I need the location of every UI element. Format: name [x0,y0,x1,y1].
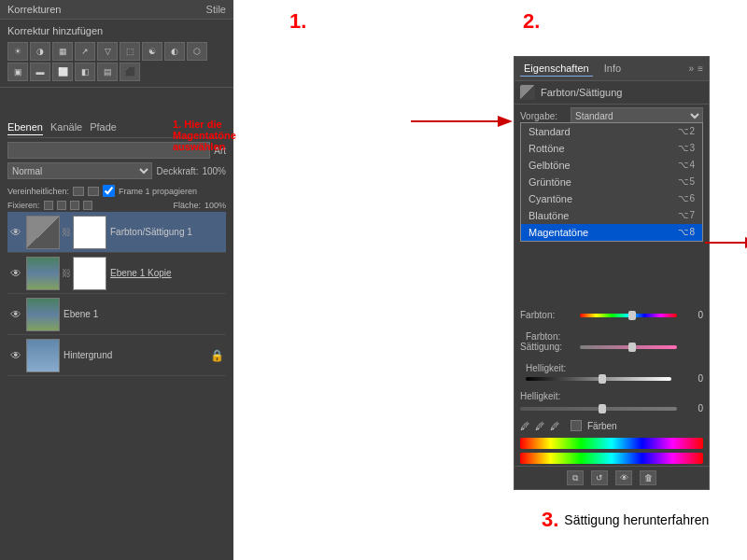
eyedropper2-icon[interactable]: 🖉 [535,421,544,431]
dropdown-label-0: Standard [529,126,571,137]
panel-tab-stile[interactable]: Stile [206,4,226,15]
fix-pixel-icon[interactable] [57,201,66,210]
sat-slider[interactable] [580,345,677,349]
dropdown-item-gelbto[interactable]: Gelbtöne ⌥4 [521,157,702,174]
unify-icon1[interactable] [73,187,84,196]
dropdown-shortcut-4: ⌥6 [678,193,695,204]
photo-filter-icon[interactable]: ⬡ [187,42,207,61]
tab-pfade[interactable]: Pfade [90,119,117,135]
dropdown-item-rottone[interactable]: Rottöne ⌥3 [521,140,702,157]
layer-name-1: Ebene 1 Kopie [110,268,224,278]
light-value: 0 [681,373,703,384]
eye-icon-0[interactable]: 👁 [9,226,22,239]
hue-slider[interactable] [580,314,677,317]
panel1: Eigenschaften Info » ≡ Farbton/Sättigung… [514,56,710,490]
dropdown-item-cyanto[interactable]: Cyantöne ⌥6 [521,190,702,207]
panel1-title: Farbton/Sättigung [541,87,622,98]
levels-icon[interactable]: ▦ [52,42,73,61]
colorbal-icon[interactable]: ☯ [142,42,162,61]
hell-slider[interactable] [520,407,677,411]
vibrance-icon[interactable]: ▽ [97,42,118,61]
eye-icon-1[interactable]: 👁 [9,267,22,280]
layer-item-0[interactable]: 👁 ⛓ Farbton/Sättigung 1 [7,212,226,253]
layer-thumb-row-0: ⛓ [26,216,106,249]
sat-thumb[interactable] [628,343,636,352]
unify-row: Vereinheitlichen: Frame 1 propagieren [7,183,226,199]
hell-thumb[interactable] [599,404,606,413]
eye-icon-2[interactable]: 👁 [9,308,22,321]
propagate-label: Frame 1 propagieren [119,187,197,196]
light-label-p1: Helligkeit: [520,363,703,373]
colorize-label: Färben [587,421,617,431]
dropdown-shortcut-5: ⌥7 [678,210,695,221]
sat-label: Sättigung: [520,342,576,352]
dropdown-item-blautone[interactable]: Blautöne ⌥7 [521,207,702,224]
tab-kanaele[interactable]: Kanäle [50,119,82,135]
dropdown-item-grunto[interactable]: Grüntöne ⌥5 [521,174,702,190]
slider-sat-row: Sättigung: [520,342,703,352]
slider-light-section: Helligkeit: 0 [514,359,709,391]
step1-number: 1. [289,9,306,33]
corrections-section: Korrektur hinzufügen ☀ ◑ ▦ ↗ ▽ ⬚ ☯ ◐ ⬡ ▣… [0,20,233,88]
dropdown-shortcut-6: ⌥8 [678,227,695,238]
chain-icon-0: ⛓ [62,227,71,237]
dropdown-shortcut-1: ⌥3 [678,143,695,154]
brightness-icon[interactable]: ☀ [7,42,28,61]
tab-ebenen[interactable]: Ebenen [7,119,43,135]
panel1-header-icons: » ≡ [689,63,703,74]
unify-icon2[interactable] [88,187,99,196]
layer-item-3[interactable]: 👁 Hintergrund 🔒 [7,335,226,376]
curves-icon[interactable]: ↗ [75,42,95,61]
eyedropper3-icon[interactable]: 🖉 [550,421,559,431]
light-slider[interactable] [526,377,671,381]
footer-delete-p1[interactable]: 🗑 [640,470,656,485]
footer-eye-p1[interactable]: 👁 [615,470,632,485]
layer-mask-1 [73,257,106,290]
eye-icon-3[interactable]: 👁 [9,349,22,362]
channel-mixer-icon[interactable]: ▣ [7,63,28,81]
panel1-dropdown[interactable]: Standard ⌥2 Rottöne ⌥3 Gelbtöne ⌥4 Grünt… [520,122,703,242]
layer-thumb-1 [26,257,60,290]
dropdown-item-magenta[interactable]: Magentatöne ⌥8 [521,224,702,241]
footer-copy-p1[interactable]: ⧉ [567,470,584,485]
dropdown-label-2: Gelbtöne [529,160,571,171]
slider-row-hell: 0 [514,403,709,413]
invert-icon[interactable]: ⬛ [120,63,140,81]
light-thumb[interactable] [599,374,606,384]
threshold-icon[interactable]: ◧ [75,63,95,81]
unify-label: Vereinheitlichen: [7,187,69,196]
bw-icon[interactable]: ◐ [164,42,185,61]
layer-thumb-0 [26,216,60,249]
panel1-footer: ⧉ ↺ 👁 🗑 [514,466,709,489]
propagate-checkbox[interactable] [103,185,115,197]
fix-position-icon[interactable] [44,201,53,210]
posterize-icon[interactable]: ▤ [97,63,118,81]
blend-mode-select[interactable]: Normal [7,162,152,179]
panel-title: Korrekturen [7,4,61,15]
layer-item-2[interactable]: 👁 Ebene 1 [7,294,226,335]
dropdown-item-standard[interactable]: Standard ⌥2 [521,123,702,140]
fix-lock-icon[interactable] [83,201,92,210]
selective-color-icon[interactable]: ⬜ [52,63,73,81]
step1-label: 1. [289,9,306,34]
hue-thumb[interactable] [628,311,636,320]
eyedropper1-icon[interactable]: 🖉 [520,421,529,431]
hell-value: 0 [681,403,703,413]
opacity-label: Deckkraft: [156,166,198,176]
gradient-map-icon[interactable]: ▬ [30,63,50,81]
panel1-tab-eigenschaften[interactable]: Eigenschaften [520,61,593,77]
footer-reset-p1[interactable]: ↺ [591,470,608,485]
layer-item-1[interactable]: 👁 ⛓ Ebene 1 Kopie [7,253,226,294]
annotation-1-text: 1. Hier die Magentatöne auswählen [173,119,236,152]
slider-hue-row: Farbton: 0 [520,310,703,320]
panel1-preset-label: Vorgabe: [520,111,567,121]
fix-trans-icon[interactable] [70,201,79,210]
panel1-tab-info[interactable]: Info [600,61,625,77]
colorize-checkbox[interactable] [571,420,582,431]
exposure-icon[interactable]: ◑ [30,42,50,61]
panel1-expand-icon[interactable]: » [689,63,695,74]
white-area: 1. 2. Eigenschaften Info » ≡ Farbton/Sät… [233,0,747,560]
panel1-menu-icon[interactable]: ≡ [698,63,703,74]
hsl-icon[interactable]: ⬚ [120,42,140,61]
opacity-value: 100% [202,166,226,176]
